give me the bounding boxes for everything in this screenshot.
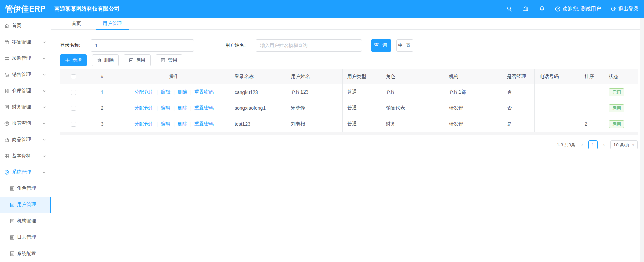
column-header: 是否经理 xyxy=(502,69,535,84)
add-button[interactable]: 新增 xyxy=(60,54,87,66)
column-header: 电话号码 xyxy=(535,69,580,84)
sidebar-subitem-4[interactable]: 系统配置 xyxy=(0,245,51,262)
sidebar-item-5[interactable]: 财务管理 xyxy=(0,99,51,115)
tab-bar: 首页用户管理 xyxy=(51,18,644,30)
sidebar-subitem-3[interactable]: 日志管理 xyxy=(0,229,51,245)
op-link[interactable]: 删除 xyxy=(177,89,188,95)
sidebar-menu: 首页零售管理采购管理销售管理仓库管理财务管理报表查询商品管理基本资料系统管理角色… xyxy=(0,18,51,262)
sidebar-item-6[interactable]: 报表查询 xyxy=(0,115,51,132)
table-body: 1分配仓库|编辑|删除|重置密码cangku123仓库123普通仓库仓库1部否启… xyxy=(60,84,638,132)
enable-button[interactable]: 启用 xyxy=(124,54,151,66)
table-row: 2分配仓库|编辑|删除|重置密码songxiaofeng1宋晓锋普通销售代表研发… xyxy=(60,100,638,116)
sidebar-subitem-2[interactable]: 机构管理 xyxy=(0,213,51,229)
column-header: 用户姓名 xyxy=(286,69,343,84)
bell-icon[interactable] xyxy=(539,5,545,12)
current-page-button[interactable]: 1 xyxy=(588,140,598,149)
chevron-down-icon xyxy=(42,105,46,109)
page-size-select[interactable]: 10 条/页 ∨ xyxy=(610,140,638,149)
chevron-down-icon xyxy=(42,73,46,77)
top-header: 管伊佳ERP 南通某某网络科技有限公司 欢迎您, 测试用户 退出登录 xyxy=(0,0,644,18)
reset-button[interactable]: 重 置 xyxy=(396,39,413,52)
bank-icon[interactable] xyxy=(522,5,529,12)
user-name-input[interactable] xyxy=(256,39,362,52)
column-header: 机构 xyxy=(444,69,502,84)
logout-button[interactable]: 退出登录 xyxy=(610,6,639,12)
sidebar-item-7[interactable]: 商品管理 xyxy=(0,132,51,148)
sidebar-subitem-1[interactable]: 用户管理 xyxy=(0,197,51,213)
op-link[interactable]: 删除 xyxy=(177,121,188,127)
header-actions: 欢迎您, 测试用户 退出登录 xyxy=(506,5,644,12)
horizontal-scrollbar[interactable] xyxy=(60,132,638,135)
column-header: 角色 xyxy=(381,69,444,84)
gift-icon xyxy=(4,39,10,45)
chevron-down-icon xyxy=(42,122,46,125)
op-link[interactable]: 重置密码 xyxy=(194,89,214,95)
chevron-down-icon xyxy=(42,40,46,44)
check-square-icon xyxy=(129,58,134,63)
grid-icon xyxy=(4,153,10,159)
chevron-down-icon xyxy=(42,154,46,158)
warehouse-icon xyxy=(4,88,10,94)
sidebar-item-2[interactable]: 采购管理 xyxy=(0,50,51,66)
disable-button[interactable]: 禁用 xyxy=(156,54,182,66)
user-name-label: 用户姓名: xyxy=(225,42,246,48)
op-link[interactable]: 编辑 xyxy=(160,121,171,127)
user-dropdown-icon xyxy=(555,6,561,12)
home-icon xyxy=(4,23,10,29)
doc-icon xyxy=(9,186,15,192)
op-link[interactable]: 编辑 xyxy=(160,105,171,111)
row-checkbox[interactable] xyxy=(71,106,76,111)
cart-icon xyxy=(4,72,10,78)
table-row: 1分配仓库|编辑|删除|重置密码cangku123仓库123普通仓库仓库1部否启… xyxy=(60,84,638,100)
login-name-input[interactable] xyxy=(91,39,194,52)
table-head: #操作登录名称用户姓名用户类型角色机构是否经理电话号码排序状态 xyxy=(60,69,638,84)
user-menu[interactable]: 欢迎您, 测试用户 xyxy=(555,6,601,12)
company-name: 南通某某网络科技有限公司 xyxy=(54,5,119,13)
search-icon[interactable] xyxy=(506,5,513,12)
plus-icon xyxy=(65,58,70,63)
sidebar-subitem-0[interactable]: 角色管理 xyxy=(0,180,51,197)
row-checkbox[interactable] xyxy=(71,122,76,127)
x-square-icon xyxy=(161,58,165,63)
status-badge: 启用 xyxy=(609,120,624,128)
op-link[interactable]: 分配仓库 xyxy=(134,89,154,95)
column-header: 状态 xyxy=(604,69,638,84)
doc-icon xyxy=(9,251,15,257)
doc-icon xyxy=(9,202,15,208)
sidebar-item-1[interactable]: 零售管理 xyxy=(0,34,51,50)
op-link[interactable]: 编辑 xyxy=(160,89,171,95)
tab-0[interactable]: 首页 xyxy=(65,18,88,29)
op-link[interactable]: 分配仓库 xyxy=(134,121,154,127)
chevron-down-icon xyxy=(42,89,46,93)
chevron-down-icon: ∨ xyxy=(632,143,635,147)
select-all-checkbox[interactable] xyxy=(71,74,76,79)
sidebar-item-4[interactable]: 仓库管理 xyxy=(0,83,51,99)
op-link[interactable]: 重置密码 xyxy=(194,121,214,127)
op-link[interactable]: 删除 xyxy=(177,105,188,111)
op-link[interactable]: 重置密码 xyxy=(194,105,214,111)
vertical-scrollbar[interactable] xyxy=(640,18,644,262)
sidebar: 首页零售管理采购管理销售管理仓库管理财务管理报表查询商品管理基本资料系统管理角色… xyxy=(0,18,51,262)
tab-1[interactable]: 用户管理 xyxy=(96,18,129,29)
content-area: 首页用户管理 登录名称: 用户姓名: 查 询 重 置 新增删除启用禁用 xyxy=(51,18,644,262)
op-link[interactable]: 分配仓库 xyxy=(134,105,154,111)
toolbar: 新增删除启用禁用 xyxy=(60,54,638,66)
delete-button[interactable]: 删除 xyxy=(92,54,119,66)
next-page-icon[interactable]: › xyxy=(602,142,606,148)
sidebar-item-9[interactable]: 系统管理 xyxy=(0,164,51,180)
sidebar-item-0[interactable]: 首页 xyxy=(0,18,51,34)
row-checkbox[interactable] xyxy=(71,90,76,95)
sidebar-item-8[interactable]: 基本资料 xyxy=(0,148,51,164)
column-header: # xyxy=(86,69,118,84)
status-badge: 启用 xyxy=(609,104,624,112)
goods-icon xyxy=(4,137,10,143)
prev-page-icon[interactable]: ‹ xyxy=(580,142,584,148)
query-button[interactable]: 查 询 xyxy=(371,39,391,52)
sidebar-item-3[interactable]: 销售管理 xyxy=(0,66,51,83)
search-form: 登录名称: 用户姓名: 查 询 重 置 xyxy=(60,39,638,52)
chevron-down-icon xyxy=(42,138,46,142)
chevron-down-icon xyxy=(42,57,46,60)
status-badge: 启用 xyxy=(609,88,624,96)
column-header: 登录名称 xyxy=(230,69,286,84)
column-header: 排序 xyxy=(580,69,604,84)
